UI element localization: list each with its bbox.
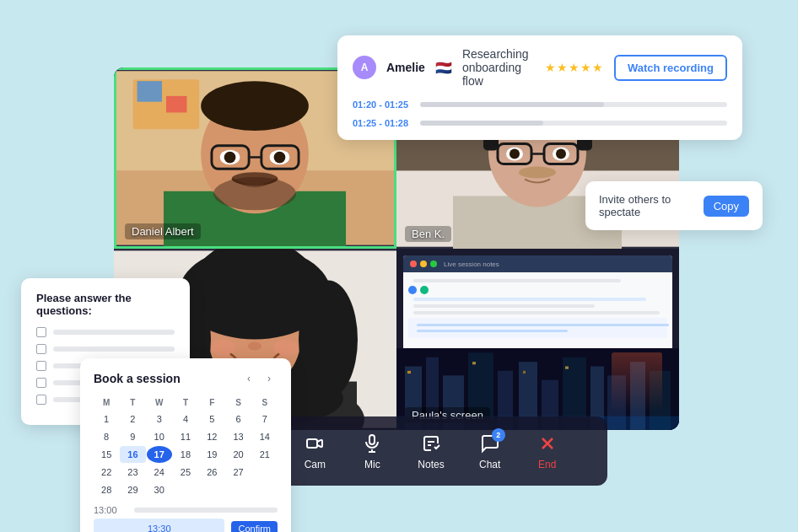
cal-day[interactable]: 7 (252, 411, 278, 427)
clip-row-1: 01:20 - 01:25 (353, 99, 727, 110)
svg-point-9 (201, 81, 309, 131)
watch-recording-button[interactable]: Watch recording (614, 55, 727, 81)
cal-day[interactable]: 13 (225, 428, 251, 445)
cal-day[interactable]: 26 (199, 464, 224, 481)
chat-badge: 2 (492, 428, 505, 442)
toolbar-chat[interactable]: 2 Chat (465, 425, 515, 477)
participant-label-ben: Ben K. (405, 226, 451, 242)
slot-bar-1 (134, 508, 278, 513)
recording-panel: A Amelie 🇳🇱 Researching onboarding flow … (337, 35, 742, 140)
cal-day[interactable]: 14 (252, 428, 278, 445)
svg-point-43 (556, 149, 566, 159)
participant-label-daniel: Daniel Albert (125, 223, 201, 239)
cal-header-s: S (225, 395, 251, 410)
booking-header: Book a session ‹ › (94, 370, 278, 387)
svg-point-57 (248, 342, 262, 351)
checkbox-2[interactable] (36, 344, 46, 354)
prev-month-button[interactable]: ‹ (240, 370, 257, 387)
next-month-button[interactable]: › (261, 370, 278, 387)
time-slot-1330[interactable]: 13:30 (94, 519, 224, 532)
cal-day[interactable]: 9 (120, 428, 145, 445)
end-label: End (538, 459, 556, 470)
cal-day[interactable]: 20 (225, 446, 251, 463)
mic-label: Mic (364, 459, 380, 470)
cal-day-empty (252, 464, 278, 481)
svg-point-56 (273, 340, 299, 357)
session-title: Researching onboarding flow (462, 47, 535, 88)
cal-day[interactable]: 19 (199, 446, 224, 463)
end-icon (536, 432, 559, 455)
survey-title: Please answer the questions: (36, 292, 175, 317)
cal-day[interactable]: 8 (94, 428, 119, 445)
cal-day[interactable]: 29 (120, 481, 145, 498)
toolbar-end[interactable]: End (522, 425, 573, 477)
cal-header-su: S (252, 395, 278, 410)
recording-header: A Amelie 🇳🇱 Researching onboarding flow … (353, 47, 727, 88)
copy-button[interactable]: Copy (704, 196, 749, 217)
cal-day[interactable]: 18 (173, 446, 198, 463)
cal-day[interactable]: 6 (225, 411, 251, 427)
survey-option-1 (36, 327, 175, 337)
calendar-nav: ‹ › (240, 370, 278, 387)
cal-day[interactable]: 4 (173, 411, 198, 427)
recording-clips: 01:20 - 01:25 01:25 - 01:28 (353, 99, 727, 128)
svg-point-15 (224, 152, 236, 164)
checkbox-5[interactable] (36, 395, 46, 405)
chat-icon: 2 (478, 432, 502, 455)
svg-point-18 (232, 172, 278, 185)
clip-row-2: 01:25 - 01:28 (353, 118, 727, 128)
svg-point-16 (274, 152, 286, 164)
checkbox-1[interactable] (36, 327, 46, 337)
avatar: A (353, 56, 376, 79)
cal-day-selected[interactable]: 17 (147, 446, 172, 463)
cal-day[interactable]: 22 (94, 464, 119, 481)
cal-header-w: W (147, 395, 172, 410)
cal-day-today[interactable]: 16 (120, 446, 145, 463)
cal-day[interactable]: 28 (94, 481, 119, 498)
chat-label: Chat (479, 459, 500, 470)
cam-icon (303, 432, 326, 455)
svg-rect-71 (407, 371, 411, 373)
cal-day[interactable]: 23 (120, 464, 145, 481)
svg-rect-4 (166, 96, 187, 113)
cal-day[interactable]: 3 (147, 411, 172, 427)
confirm-button[interactable]: Confirm (231, 521, 278, 532)
toolbar-mic[interactable]: Mic (347, 425, 397, 477)
cal-day[interactable]: 2 (120, 411, 145, 427)
participant-cell-paula: Live session notes (396, 249, 679, 430)
cal-day[interactable]: 30 (147, 481, 172, 498)
cal-day[interactable]: 27 (225, 464, 251, 481)
svg-point-42 (510, 149, 520, 159)
clip-1-progress (420, 102, 727, 107)
survey-line-2 (53, 347, 175, 352)
svg-rect-74 (565, 367, 569, 369)
toolbar-cam[interactable]: Cam (289, 425, 340, 477)
cal-day[interactable]: 25 (173, 464, 198, 481)
mic-icon (360, 432, 384, 455)
cal-day[interactable]: 11 (173, 428, 198, 445)
time-slot-row-1: 13:00 (94, 505, 278, 515)
cal-day-empty (199, 481, 224, 498)
cal-day-empty (173, 481, 198, 498)
cal-day[interactable]: 12 (199, 428, 224, 445)
svg-point-44 (519, 167, 556, 179)
cal-day-empty (252, 481, 278, 498)
cal-day[interactable]: 21 (252, 446, 278, 463)
booking-panel: Book a session ‹ › M T W T F S S 1 2 3 4… (80, 358, 291, 532)
cal-header-t: T (120, 395, 145, 410)
cal-day[interactable]: 15 (94, 446, 119, 463)
checkbox-4[interactable] (36, 378, 46, 388)
cal-day[interactable]: 1 (94, 411, 119, 427)
cal-day[interactable]: 24 (147, 464, 172, 481)
clip-1-time[interactable]: 01:20 - 01:25 (353, 99, 412, 110)
cal-day[interactable]: 5 (199, 411, 224, 427)
toolbar-notes[interactable]: Notes (404, 425, 457, 477)
invite-panel: Invite others to spectate Copy (585, 181, 763, 230)
cal-day-empty (225, 481, 251, 498)
cal-day[interactable]: 10 (147, 428, 172, 445)
clip-2-time[interactable]: 01:25 - 01:28 (353, 118, 412, 128)
checkbox-3[interactable] (36, 361, 46, 371)
svg-rect-72 (472, 362, 476, 364)
svg-rect-78 (369, 435, 375, 444)
cal-header-f: F (199, 395, 224, 410)
